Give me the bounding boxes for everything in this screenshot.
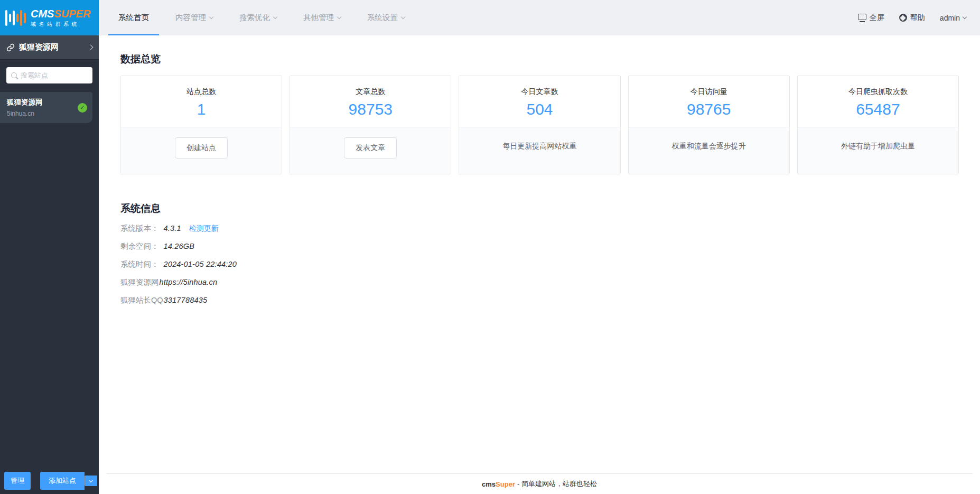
system-info-title: 系统信息	[120, 202, 959, 216]
info-row-system-time: 系统时间： 2024-01-05 22:44:20	[120, 259, 959, 269]
publish-article-button[interactable]: 发表文章	[344, 137, 397, 159]
footer-brand-super: Super	[496, 480, 515, 488]
user-menu[interactable]: admin	[940, 14, 966, 22]
site-search-input[interactable]	[21, 71, 88, 79]
chevron-down-icon	[401, 15, 405, 19]
info-row-webmaster-qq: 狐狸站长QQ 3317788435	[120, 295, 959, 305]
link-icon	[6, 43, 15, 52]
info-row-site-url: 狐狸资源网 https://5inhua.cn	[120, 277, 959, 287]
tab-label: 其他管理	[303, 13, 334, 23]
fullscreen-button[interactable]: 全屏	[858, 13, 884, 23]
stat-value: 98765	[629, 100, 789, 118]
stat-title: 文章总数	[290, 87, 451, 97]
tab-label: 系统首页	[118, 13, 149, 23]
app-window: CMSSUPER 域名站群系统 狐狸资源网 狐狸资源网 5inhua.cn	[0, 0, 980, 494]
stat-note: 外链有助于增加爬虫量	[798, 142, 958, 151]
help-icon	[899, 14, 907, 22]
stat-value: 1	[121, 100, 282, 118]
stat-card-today-visits: 今日访问量 98765 权重和流量会逐步提升	[628, 76, 790, 174]
app-logo: CMSSUPER 域名站群系统	[0, 0, 99, 35]
system-info-section: 系统信息 系统版本： 4.3.1 检测更新 剩余空间： 14.26GB 系统时间…	[120, 202, 959, 305]
tab-system-settings[interactable]: 系统设置	[354, 0, 418, 35]
stat-card-articles: 文章总数 98753 发表文章	[290, 76, 451, 174]
main-area: 系统首页 内容管理 搜索优化 其他管理 系统设置	[99, 0, 980, 494]
add-site-split-button: 添加站点	[40, 472, 97, 490]
stat-note: 权重和流量会逐步提升	[629, 142, 789, 151]
stat-card-today-articles: 今日文章数 504 每日更新提高网站权重	[459, 76, 620, 174]
site-list-item[interactable]: 狐狸资源网 5inhua.cn	[0, 92, 92, 123]
chevron-right-icon	[88, 45, 94, 50]
stat-card-today-crawls: 今日爬虫抓取次数 65487 外链有助于增加爬虫量	[797, 76, 959, 174]
help-button[interactable]: 帮助	[899, 13, 925, 23]
logo-bars-icon	[5, 7, 26, 29]
tab-label: 系统设置	[367, 13, 398, 23]
stat-title: 今日文章数	[459, 87, 620, 97]
stat-value: 98753	[290, 100, 451, 118]
create-site-button[interactable]: 创建站点	[175, 137, 228, 159]
sidebar: CMSSUPER 域名站群系统 狐狸资源网 狐狸资源网 5inhua.cn	[0, 0, 99, 494]
manage-button[interactable]: 管理	[4, 472, 31, 490]
chevron-down-icon	[273, 15, 277, 19]
chevron-down-icon	[209, 15, 213, 19]
site-item-name: 狐狸资源网	[7, 98, 78, 107]
search-icon	[11, 72, 17, 78]
overview-title: 数据总览	[120, 52, 959, 66]
tab-home[interactable]: 系统首页	[105, 0, 162, 35]
content-area: 数据总览 站点总数 1 创建站点 文章总数 98753	[99, 35, 980, 494]
stat-title: 今日爬虫抓取次数	[798, 87, 958, 97]
current-site-header[interactable]: 狐狸资源网	[0, 35, 99, 60]
stats-cards: 站点总数 1 创建站点 文章总数 98753 发表文章	[120, 76, 959, 174]
chevron-down-icon	[963, 15, 967, 19]
stat-value: 65487	[798, 100, 958, 118]
check-update-link[interactable]: 检测更新	[189, 224, 219, 234]
tab-search-optimization[interactable]: 搜索优化	[226, 0, 290, 35]
main-nav: 系统首页 内容管理 搜索优化 其他管理 系统设置	[99, 0, 418, 35]
chevron-down-icon	[337, 15, 341, 19]
current-site-name: 狐狸资源网	[19, 42, 89, 52]
stat-title: 今日访问量	[629, 87, 789, 97]
info-row-disk-space: 剩余空间： 14.26GB	[120, 241, 959, 251]
site-active-check-icon	[78, 103, 87, 113]
footer-brand-cms: cms	[482, 480, 496, 488]
add-site-button[interactable]: 添加站点	[40, 472, 85, 490]
tab-other-management[interactable]: 其他管理	[290, 0, 354, 35]
tab-content-management[interactable]: 内容管理	[162, 0, 226, 35]
add-site-dropdown-toggle[interactable]	[85, 476, 97, 486]
stat-value: 504	[459, 100, 620, 118]
site-search-box[interactable]	[6, 67, 92, 83]
stat-card-sites: 站点总数 1 创建站点	[120, 76, 282, 174]
logo-title: CMSSUPER	[31, 8, 90, 19]
username: admin	[940, 14, 960, 22]
stat-note: 每日更新提高网站权重	[459, 142, 620, 151]
info-row-version: 系统版本： 4.3.1 检测更新	[120, 223, 959, 234]
top-navigation-bar: 系统首页 内容管理 搜索优化 其他管理 系统设置	[99, 0, 980, 35]
tab-label: 搜索优化	[239, 13, 270, 23]
stat-title: 站点总数	[121, 87, 282, 97]
logo-subtitle: 域名站群系统	[31, 22, 90, 27]
fullscreen-icon	[858, 14, 866, 20]
chevron-down-icon	[89, 478, 93, 482]
page-footer: cmsSuper - 简单建网站，站群也轻松	[106, 473, 973, 494]
tab-label: 内容管理	[175, 13, 206, 23]
site-item-domain: 5inhua.cn	[7, 110, 78, 117]
footer-tagline: - 简单建网站，站群也轻松	[517, 479, 597, 489]
